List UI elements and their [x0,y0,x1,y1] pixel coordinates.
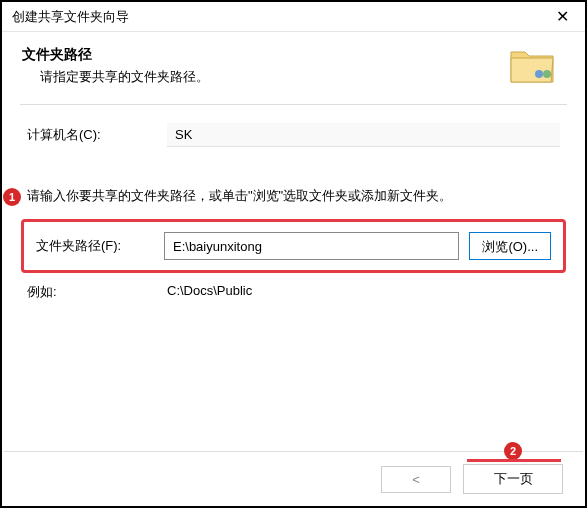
header-section: 文件夹路径 请指定要共享的文件夹路径。 [2,32,585,96]
computer-name-label: 计算机名(C): [27,126,167,144]
header-title: 文件夹路径 [22,46,509,64]
computer-name-row: 计算机名(C): SK [27,123,560,147]
header-text: 文件夹路径 请指定要共享的文件夹路径。 [22,46,509,86]
path-highlight-box: 文件夹路径(F): 浏览(O)... [21,219,566,273]
example-label: 例如: [27,283,167,301]
example-row: 例如: C:\Docs\Public [27,283,560,301]
instruction-row: 1 请输入你要共享的文件夹路径，或单击"浏览"选取文件夹或添加新文件夹。 [27,187,560,205]
svg-point-0 [535,70,543,78]
instruction-text: 请输入你要共享的文件夹路径，或单击"浏览"选取文件夹或添加新文件夹。 [27,188,452,203]
close-icon[interactable]: ✕ [548,7,577,26]
computer-name-value: SK [167,123,560,147]
header-subtitle: 请指定要共享的文件夹路径。 [22,68,509,86]
example-value: C:\Docs\Public [167,283,252,301]
folder-path-input[interactable] [164,232,459,260]
next-button-wrapper: 2 下一页 [463,464,563,494]
wizard-window: 创建共享文件夹向导 ✕ 文件夹路径 请指定要共享的文件夹路径。 计算机名(C):… [0,0,587,508]
svg-point-1 [543,70,551,78]
titlebar: 创建共享文件夹向导 ✕ [2,2,585,32]
shared-folder-icon [509,46,555,84]
annotation-badge-2: 2 [504,442,522,460]
folder-path-label: 文件夹路径(F): [36,237,154,255]
content-area: 计算机名(C): SK 1 请输入你要共享的文件夹路径，或单击"浏览"选取文件夹… [2,105,585,301]
annotation-underline [467,459,561,462]
annotation-badge-1: 1 [3,188,21,206]
back-button[interactable]: < [381,466,451,493]
window-title: 创建共享文件夹向导 [12,8,129,26]
next-button[interactable]: 下一页 [463,464,563,494]
footer: < 2 下一页 [4,451,583,506]
browse-button[interactable]: 浏览(O)... [469,232,551,260]
